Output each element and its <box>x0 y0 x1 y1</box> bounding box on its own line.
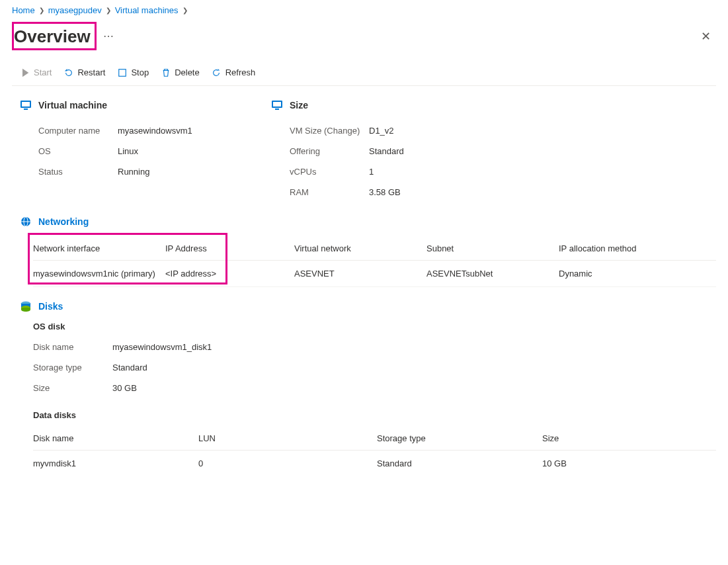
restart-button[interactable]: Restart <box>63 67 105 77</box>
vm-size-label: VM Size (Change) <box>290 126 369 136</box>
ip-address: <IP address> <box>165 261 294 287</box>
col-disk-name: Disk name <box>33 427 198 451</box>
svg-rect-2 <box>22 102 30 107</box>
os-disk-title: OS disk <box>33 322 716 331</box>
disks-section-title[interactable]: Disks <box>38 301 63 312</box>
col-alloc: IP allocation method <box>559 237 716 261</box>
breadcrumb-section[interactable]: Virtual machines <box>115 5 179 15</box>
networking-section-title[interactable]: Networking <box>38 216 89 227</box>
os-disk-size-label: Size <box>33 383 112 393</box>
svg-rect-0 <box>119 69 126 76</box>
networking-table: Network interface IP Address Virtual net… <box>33 237 716 287</box>
os-disk-size-value: 30 GB <box>112 383 137 393</box>
col-nic: Network interface <box>33 237 165 261</box>
size-section-title: Size <box>290 100 308 110</box>
refresh-button[interactable]: Refresh <box>212 67 256 77</box>
stop-button[interactable]: Stop <box>117 67 149 77</box>
vm-section-title: Virtual machine <box>38 100 107 110</box>
data-disk-lun: 0 <box>198 451 377 477</box>
os-value: Linux <box>118 146 138 156</box>
col-disk-storage: Storage type <box>377 427 542 451</box>
svg-rect-3 <box>24 109 28 110</box>
offering-value: Standard <box>369 146 404 156</box>
svg-rect-5 <box>273 102 281 107</box>
data-disk-size: 10 GB <box>542 451 716 477</box>
col-ip: IP Address <box>165 237 294 261</box>
restart-icon <box>63 67 73 77</box>
computer-name-label: Computer name <box>38 126 118 136</box>
data-disk-storage: Standard <box>377 451 542 477</box>
vm-size-value: D1_v2 <box>369 126 394 136</box>
page-title: Overview <box>14 26 91 47</box>
alloc-method: Dynamic <box>559 261 716 287</box>
os-disk-storage-label: Storage type <box>33 363 112 372</box>
nic-name: myasewindowsvm1nic (primary) <box>33 261 165 287</box>
trash-icon <box>161 67 171 77</box>
breadcrumb-resource[interactable]: myasegpudev <box>48 5 102 15</box>
vcpus-label: vCPUs <box>290 167 369 177</box>
offering-label: Offering <box>290 146 369 156</box>
col-subnet: Subnet <box>426 237 559 261</box>
play-icon <box>20 67 30 77</box>
os-label: OS <box>38 146 118 156</box>
refresh-icon <box>212 67 222 77</box>
data-disks-table: Disk name LUN Storage type Size myvmdisk… <box>33 427 716 476</box>
data-disks-title: Data disks <box>33 410 716 420</box>
data-disk-name: myvmdisk1 <box>33 451 198 477</box>
os-disk-name-value: myasewindowsvm1_disk1 <box>112 342 212 352</box>
os-disk-storage-value: Standard <box>112 363 147 372</box>
stop-label: Stop <box>131 67 149 77</box>
status-label: Status <box>38 167 118 177</box>
col-disk-lun: LUN <box>198 427 377 451</box>
start-label: Start <box>34 67 52 77</box>
refresh-label: Refresh <box>225 67 256 77</box>
vcpus-value: 1 <box>369 167 374 177</box>
networking-icon <box>20 216 32 228</box>
subnet-name: ASEVNETsubNet <box>426 261 559 287</box>
data-disk-row[interactable]: myvmdisk1 0 Standard 10 GB <box>33 451 716 477</box>
col-disk-size: Size <box>542 427 716 451</box>
delete-label: Delete <box>175 67 200 77</box>
chevron-right-icon: ❯ <box>182 7 188 14</box>
chevron-right-icon: ❯ <box>39 7 44 14</box>
more-actions-icon[interactable]: ⋯ <box>103 30 114 42</box>
breadcrumb-home[interactable]: Home <box>12 5 35 15</box>
vm-icon <box>20 99 32 111</box>
delete-button[interactable]: Delete <box>161 67 200 77</box>
change-size-link[interactable]: Change <box>327 126 357 136</box>
col-vnet: Virtual network <box>294 237 426 261</box>
vnet-name: ASEVNET <box>294 261 426 287</box>
breadcrumb: Home ❯ myasegpudev ❯ Virtual machines ❯ <box>12 5 716 15</box>
size-icon <box>271 99 283 111</box>
chevron-right-icon: ❯ <box>106 7 111 14</box>
status-value: Running <box>118 167 149 177</box>
computer-name-value: myasewindowsvm1 <box>118 126 192 136</box>
close-icon[interactable]: ✕ <box>696 26 716 46</box>
os-disk-name-label: Disk name <box>33 342 112 352</box>
ram-label: RAM <box>290 187 369 197</box>
disks-icon <box>20 300 32 312</box>
stop-icon <box>117 67 127 77</box>
ram-value: 3.58 GB <box>369 187 401 197</box>
networking-row[interactable]: myasewindowsvm1nic (primary) <IP address… <box>33 261 716 287</box>
restart-label: Restart <box>77 67 105 77</box>
command-bar: Start Restart Stop Delete Refresh <box>12 62 716 86</box>
start-button: Start <box>20 67 52 77</box>
svg-rect-6 <box>275 109 279 110</box>
